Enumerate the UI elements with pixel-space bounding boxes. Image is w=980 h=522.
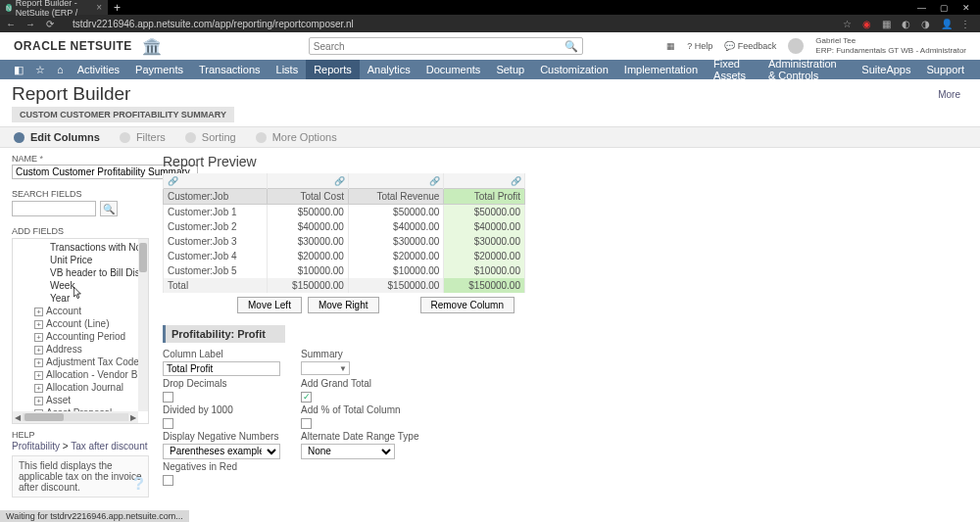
tree-item[interactable]: +Accounting Period — [13, 330, 148, 343]
expand-icon[interactable]: + — [34, 384, 43, 393]
user-avatar-icon[interactable]: 👤 — [941, 19, 951, 28]
tree-scrollbar-horizontal[interactable]: ◀ ▶ — [13, 411, 138, 423]
expand-icon[interactable]: + — [34, 346, 43, 355]
expand-icon[interactable]: + — [34, 333, 43, 342]
new-tab-button[interactable]: + — [108, 1, 126, 15]
tree-item[interactable]: Year — [13, 292, 148, 305]
step-filters[interactable]: Filters — [120, 131, 166, 143]
col-header[interactable]: Total Revenue — [348, 189, 443, 205]
total-cell: $150000.00 — [444, 278, 525, 293]
star-icon[interactable]: ☆ — [843, 19, 853, 28]
tree-item[interactable]: +Account — [13, 305, 148, 317]
menu-admin-controls[interactable]: Administration & Controls — [760, 54, 854, 85]
tree-item[interactable]: VB header to Bill Distribution S — [13, 266, 148, 279]
column-label-input[interactable] — [163, 361, 280, 376]
tree-item[interactable]: Transactions with Non-Deducti — [13, 241, 148, 254]
expand-icon[interactable]: + — [34, 371, 43, 380]
tree-item[interactable]: +Asset — [13, 394, 148, 406]
tree-item[interactable]: +Allocation Journal — [13, 381, 148, 394]
neg-red-checkbox[interactable] — [163, 475, 173, 486]
expand-icon[interactable]: + — [34, 308, 43, 316]
tree-item[interactable]: +Allocation - Vendor Bill Link — [13, 368, 148, 381]
expand-icon[interactable]: + — [34, 320, 43, 329]
avatar-icon[interactable] — [788, 38, 804, 54]
minimize-icon[interactable]: — — [917, 3, 926, 13]
menu-analytics[interactable]: Analytics — [360, 60, 418, 79]
more-link[interactable]: More — [938, 83, 968, 100]
user-menu[interactable]: Gabriel Tee ERP: Fundamentals GT WB - Ad… — [815, 36, 966, 55]
url-text[interactable]: tstdrv2216946.app.netsuite.com/app/repor… — [73, 19, 833, 29]
step-sorting[interactable]: Sorting — [185, 131, 236, 143]
column-handle[interactable]: 🔗 — [444, 173, 525, 189]
help-link[interactable]: ? Help — [687, 41, 712, 51]
scroll-right-icon[interactable]: ▶ — [128, 413, 138, 422]
step-more-options[interactable]: More Options — [256, 131, 337, 143]
column-handle[interactable]: 🔗 — [164, 173, 268, 189]
menu-implementation[interactable]: Implementation — [616, 60, 706, 79]
home-icon[interactable]: ⌂ — [51, 64, 70, 75]
menu-setup[interactable]: Setup — [488, 60, 532, 79]
move-right-button[interactable]: Move Right — [308, 297, 379, 313]
menu-reports[interactable]: Reports — [306, 60, 360, 79]
reload-icon[interactable]: ⟳ — [45, 19, 55, 29]
expand-icon[interactable]: + — [34, 358, 43, 367]
ext-icon[interactable]: ▦ — [882, 19, 892, 28]
menu-icon[interactable]: ⋮ — [960, 19, 970, 28]
close-window-icon[interactable]: ✕ — [962, 3, 970, 13]
col-header[interactable]: Customer:Job — [164, 189, 268, 205]
ext-icon[interactable]: ◐ — [902, 19, 911, 28]
tree-item[interactable]: Unit Price — [13, 254, 148, 266]
move-left-button[interactable]: Move Left — [237, 297, 302, 313]
close-icon[interactable]: × — [96, 2, 102, 13]
step-edit-columns[interactable]: Edit Columns — [14, 131, 100, 143]
menu-activities[interactable]: Activities — [70, 60, 127, 79]
menu-toggle-icon[interactable]: ◧ — [8, 64, 29, 76]
cell: Customer:Job 5 — [164, 263, 268, 278]
forward-icon[interactable]: → — [25, 19, 35, 29]
tree-item[interactable]: +Account (Line) — [13, 317, 148, 330]
col-header[interactable]: Total Cost — [268, 189, 349, 205]
menu-payments[interactable]: Payments — [127, 60, 191, 79]
apps-icon[interactable]: ▦ — [666, 41, 675, 51]
search-icon[interactable]: 🔍 — [564, 40, 578, 53]
feedback-link[interactable]: 💬 Feedback — [724, 41, 776, 51]
tree-scrollbar-vertical[interactable] — [138, 239, 148, 411]
tree-item[interactable]: +Address — [13, 343, 148, 356]
divided-checkbox[interactable] — [163, 418, 173, 429]
menu-customization[interactable]: Customization — [532, 60, 616, 79]
menu-support[interactable]: Support — [918, 60, 972, 79]
ext-icon[interactable]: ◉ — [862, 19, 872, 28]
expand-icon[interactable]: + — [34, 397, 43, 405]
add-percent-checkbox[interactable] — [301, 418, 312, 429]
ext-icon[interactable]: ◑ — [921, 19, 931, 28]
drop-decimals-checkbox[interactable] — [163, 392, 173, 403]
col-header-selected[interactable]: Total Profit — [444, 189, 525, 205]
favorites-icon[interactable]: ☆ — [29, 64, 51, 76]
tree-item[interactable]: +Adjustment Tax Code — [13, 356, 148, 368]
tree-item[interactable]: Week — [13, 279, 148, 292]
step-dot-icon — [120, 132, 130, 143]
display-neg-select[interactable]: Parentheses example: (123) — [163, 444, 280, 459]
add-grand-total-checkbox[interactable]: ✓ — [301, 392, 312, 403]
menu-suiteapps[interactable]: SuiteApps — [854, 60, 918, 79]
scroll-left-icon[interactable]: ◀ — [13, 413, 23, 422]
remove-column-button[interactable]: Remove Column — [420, 297, 514, 313]
maximize-icon[interactable]: ▢ — [940, 3, 949, 13]
search-fields-button[interactable]: 🔍 — [100, 201, 118, 216]
menu-documents[interactable]: Documents — [418, 60, 489, 79]
menu-lists[interactable]: Lists — [269, 60, 307, 79]
back-icon[interactable]: ← — [6, 19, 16, 29]
search-input[interactable] — [314, 41, 564, 52]
summary-select[interactable]: ▼ — [301, 361, 350, 375]
global-search[interactable]: 🔍 — [309, 37, 583, 55]
user-name: Gabriel Tee — [815, 36, 856, 46]
browser-tab[interactable]: N Report Builder - NetSuite (ERP / × — [0, 0, 108, 15]
alt-date-select[interactable]: None — [301, 444, 395, 459]
menu-transactions[interactable]: Transactions — [191, 60, 269, 79]
column-handle[interactable]: 🔗 — [348, 173, 443, 189]
tab-title: Report Builder - NetSuite (ERP / — [16, 0, 92, 18]
menu-fixed-assets[interactable]: Fixed Assets — [706, 54, 760, 85]
column-properties: Profitability: Profit Column Label Summa… — [163, 325, 564, 486]
column-handle[interactable]: 🔗 — [268, 173, 349, 189]
search-fields-input[interactable] — [12, 201, 96, 216]
